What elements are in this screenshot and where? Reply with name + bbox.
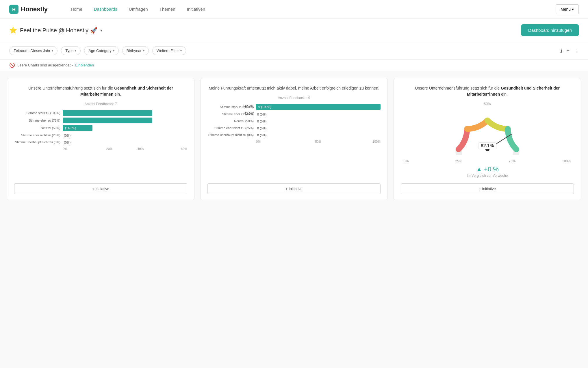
bar-track: (42.9%) (63, 110, 187, 116)
dropdown-arrow-icon[interactable]: ▾ (100, 28, 102, 33)
x-axis-tick: 100% (339, 140, 381, 143)
gauge-container: 50% 82.1% 0% 25% 75% 100% ▲ +0 %Im Vergl… (401, 102, 574, 178)
filter-birthyear[interactable]: Birthyear ▾ (122, 46, 149, 55)
caret-icon: ▾ (143, 49, 144, 52)
card-2: Meine Führungskraft unterstützt mich akt… (200, 78, 388, 200)
gauge-label-0: 0% (404, 159, 409, 163)
add-filter-button[interactable]: + (566, 48, 570, 54)
bar-row: Stimme eher zu (75%)(42.9%) (14, 118, 187, 123)
bar-fill (63, 118, 152, 123)
cards-grid: Unsere Unternehmensführung setzt sich fü… (0, 71, 588, 207)
nav-item-dashboards[interactable]: Dashboards (94, 7, 117, 12)
x-axis: 0%20%40%60% (14, 147, 187, 150)
bar-fill (63, 110, 152, 116)
page-title-area: ⭐ Feel the Pulse @ Honestly 🚀 ▾ (9, 27, 102, 34)
bar-value-outside: 0 (0%) (257, 113, 266, 116)
einblenden-link[interactable]: Einblenden (75, 63, 94, 67)
bar-value-outside: (0%) (64, 141, 71, 144)
gauge-value-label: 82.1% (478, 142, 496, 149)
filter-weitere-label: Weitere Filter (157, 49, 179, 53)
bar-value-outside: 0 (0%) (257, 127, 266, 130)
bar-chart: Stimme stark zu (100%)9 (100%)Stimme ehe… (207, 104, 381, 178)
bar-row: Stimme eher nicht zu (25%)0 (0%) (207, 125, 381, 131)
trend-value: ▲ +0 % (476, 166, 499, 173)
gauge-label-25: 25% (455, 159, 462, 163)
card-1: Unsere Unternehmensführung setzt sich fü… (7, 78, 194, 200)
bar-label: Neutral (50%) (14, 126, 60, 130)
card-title: Meine Führungskraft unterstützt mich akt… (207, 85, 381, 91)
bar-track: (42.9%) (63, 118, 187, 123)
filter-zeitraum[interactable]: Zeitraum: Dieses Jahr ▾ (9, 46, 57, 55)
gauge-svg-wrap: 82.1% (447, 106, 528, 158)
nav-item-initiativen[interactable]: Initiativen (187, 7, 205, 12)
filter-type[interactable]: Type ▾ (61, 46, 81, 55)
bar-track: 9 (100%) (256, 104, 381, 110)
nav-item-themen[interactable]: Themen (159, 7, 175, 12)
filter-bar: Zeitraum: Dieses Jahr ▾ Type ▾ Age Categ… (0, 42, 588, 60)
menu-button[interactable]: Menü ▾ (556, 4, 579, 14)
bar-row: Neutral (50%)(14.3%) (14, 125, 187, 131)
nav-link-umfragen[interactable]: Umfragen (129, 7, 148, 12)
bar-label: Stimme eher nicht zu (25%) (14, 133, 60, 137)
bar-value-outside: (42.9%) (243, 104, 255, 108)
bar-label: Stimme eher nicht zu (25%) (207, 126, 254, 130)
info-icon-button[interactable]: ℹ (560, 48, 562, 54)
nav-item-umfragen[interactable]: Umfragen (129, 7, 148, 12)
nav-link-home[interactable]: Home (71, 7, 82, 12)
logo: H Honestly (9, 5, 48, 14)
trend-sublabel: Im Vergleich zur Vorwoche (467, 174, 508, 178)
gauge-label-100: 100% (562, 159, 571, 163)
bar-track: (14.3%) (63, 125, 187, 131)
filter-weitere[interactable]: Weitere Filter ▾ (152, 46, 186, 55)
logo-icon: H (9, 5, 18, 14)
add-dashboard-button[interactable]: Dashboard hinzufügen (521, 24, 579, 36)
bar-chart: Stimme stark zu (100%)(42.9%)Stimme eher… (14, 110, 187, 178)
feedback-count: Anzahl Feedbacks: 7 (14, 102, 187, 106)
svg-text:H: H (12, 7, 16, 12)
nav-link-initiativen[interactable]: Initiativen (187, 7, 205, 12)
card-title: Unsere Unternehmensführung setzt sich fü… (14, 85, 187, 97)
empty-notice: 🚫 Leere Charts sind ausgeblendet - Einbl… (0, 60, 588, 71)
star-icon: ⭐ (9, 27, 17, 34)
caret-icon: ▾ (180, 49, 182, 52)
page-title: Feel the Pulse @ Honestly 🚀 (20, 27, 97, 34)
card-title: Unsere Unternehmensführung setzt sich fü… (401, 85, 574, 97)
nav-links: Home Dashboards Umfragen Themen Initiati… (71, 7, 556, 12)
bar-track: (0%) (63, 140, 187, 145)
bar-label: Stimme überhaupt nicht zu (0%) (207, 133, 254, 137)
bar-row: Stimme eher zu (75%)0 (0%) (207, 111, 381, 117)
bar-fill: 9 (100%) (256, 104, 381, 110)
bar-value-outside: (42.9%) (243, 112, 255, 115)
initiative-button[interactable]: + Initiative (14, 183, 187, 194)
filter-zeitraum-label: Zeitraum: Dieses Jahr (14, 49, 50, 53)
bar-label: Stimme eher zu (75%) (14, 119, 60, 122)
nav-link-dashboards[interactable]: Dashboards (94, 7, 117, 12)
bar-track: 0 (0%) (256, 118, 381, 124)
bar-label: Neutral (50%) (207, 119, 254, 123)
filter-type-label: Type (65, 49, 73, 53)
more-options-button[interactable]: ⋮ (574, 48, 579, 54)
bar-track: 0 (0%) (256, 111, 381, 117)
filter-age-category[interactable]: Age Category ▾ (84, 46, 119, 55)
bar-row: Stimme stark zu (100%)9 (100%) (207, 104, 381, 110)
gauge-label-75: 75% (509, 159, 515, 163)
bar-row: Neutral (50%)0 (0%) (207, 118, 381, 124)
caret-icon: ▾ (113, 49, 114, 52)
bar-row: Stimme stark zu (100%)(42.9%) (14, 110, 187, 116)
x-axis-tick: 0% (63, 147, 94, 150)
bar-fill: (14.3%) (63, 125, 92, 131)
bar-row: Stimme überhaupt nicht zu (0%)(0%) (14, 140, 187, 145)
bar-row: Stimme überhaupt nicht zu (0%)0 (0%) (207, 132, 381, 137)
gauge-top-50-label: 50% (484, 102, 491, 106)
bar-label: Stimme überhaupt nicht zu (0%) (14, 140, 60, 144)
card-3: Unsere Unternehmensführung setzt sich fü… (394, 78, 581, 200)
initiative-button[interactable]: + Initiative (207, 183, 381, 194)
initiative-button[interactable]: + Initiative (401, 183, 574, 194)
x-axis-tick: 20% (94, 147, 125, 150)
x-axis: 0%50%100% (207, 140, 381, 143)
x-axis-tick: 40% (125, 147, 156, 150)
nav-item-home[interactable]: Home (71, 7, 82, 12)
nav-link-themen[interactable]: Themen (159, 7, 175, 12)
eye-off-icon: 🚫 (9, 62, 15, 68)
x-axis-tick: 50% (298, 140, 339, 143)
